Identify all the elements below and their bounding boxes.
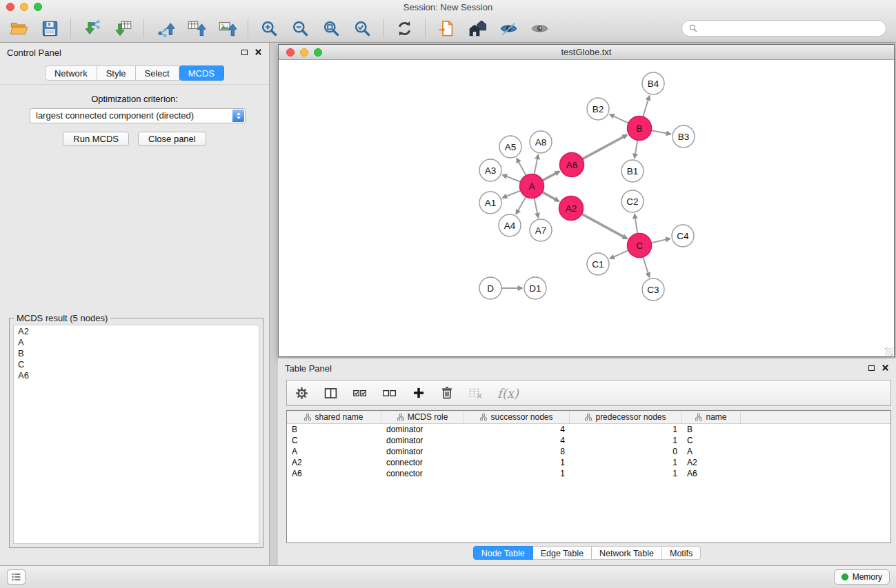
graph-node-A6[interactable]: A6 [560,153,584,177]
export-table-button[interactable] [186,18,206,39]
mcds-result-item[interactable]: C [18,359,255,370]
mcds-result-item[interactable]: A [18,337,255,348]
memory-button[interactable]: Memory [834,569,890,585]
table-row[interactable]: Bdominator41B [287,424,890,435]
graph-edge-A-A3[interactable] [503,175,521,182]
select-all-button[interactable] [352,386,368,400]
graph-edge-C-C3[interactable] [643,257,649,277]
graph-edge-A-A1[interactable] [503,190,521,197]
zoom-in-button[interactable] [259,18,279,39]
table-row[interactable]: Adominator80A [287,446,890,457]
graph-edge-C-C2[interactable] [635,214,637,234]
graph-node-D[interactable]: D [479,277,501,299]
mcds-result-item[interactable]: A2 [18,326,255,337]
float-table-panel-icon[interactable] [868,365,875,371]
tab-motifs[interactable]: Motifs [662,546,701,560]
graph-edge-B-B4[interactable] [643,96,649,116]
deselect-all-button[interactable] [382,386,397,400]
save-session-button[interactable] [39,18,60,39]
column-header-predecessor-nodes[interactable]: predecessor nodes [570,411,682,423]
graph-node-B[interactable]: B [628,116,652,141]
delete-row-button[interactable] [440,386,454,400]
graph-node-B4[interactable]: B4 [642,72,664,94]
graph-edge-A2-C[interactable] [581,214,627,239]
graph-node-A4[interactable]: A4 [499,214,521,236]
network-close-button[interactable] [286,48,295,57]
graph-edge-B-B2[interactable] [610,114,628,123]
network-canvas[interactable]: B4B2BB3A8A5A6A3B1AC2A1A2A4A7C4CC1DD1C3 [279,61,894,356]
tab-style[interactable]: Style [97,65,136,81]
export-network-button[interactable] [155,18,175,39]
float-panel-icon[interactable] [241,50,248,55]
graph-node-C1[interactable]: C1 [587,253,609,275]
table-row[interactable]: A2connector11A2 [287,457,890,468]
graph-edge-B-B3[interactable] [651,130,670,134]
graph-node-C4[interactable]: C4 [672,225,694,247]
column-header-shared-name[interactable]: shared name [287,411,381,423]
home-button[interactable] [467,18,488,39]
tab-mcds[interactable]: MCDS [179,65,224,81]
import-network-button[interactable] [81,18,102,39]
close-panel-icon[interactable] [255,48,262,56]
graph-edge-A-A6[interactable] [542,172,559,181]
graph-node-A2[interactable]: A2 [559,196,584,221]
mcds-result-list[interactable]: A2ABCA6 [13,325,259,544]
graph-node-C3[interactable]: C3 [642,278,664,301]
column-header-name[interactable]: name [682,411,741,423]
column-header-MCDS-role[interactable]: MCDS role [381,411,464,423]
graph-edge-A-A5[interactable] [517,159,526,176]
graph-node-A7[interactable]: A7 [530,219,552,241]
import-table-button[interactable] [112,18,133,39]
mcds-result-item[interactable]: B [18,348,255,359]
delete-table-button[interactable] [468,386,483,401]
zoom-fit-button[interactable] [321,18,341,39]
graph-node-A3[interactable]: A3 [479,159,501,181]
run-mcds-button[interactable]: Run MCDS [63,132,129,146]
table-row[interactable]: A6connector11A6 [287,468,890,479]
graph-node-B2[interactable]: B2 [587,98,609,120]
refresh-layout-button[interactable] [394,18,415,39]
graphics-details-button[interactable] [529,18,550,39]
graph-node-C2[interactable]: C2 [621,190,644,212]
tab-node-table[interactable]: Node Table [473,546,533,560]
zoom-selected-button[interactable] [352,18,372,39]
zoom-button[interactable] [34,3,42,11]
mcds-result-item[interactable]: A6 [18,370,255,381]
close-panel-button[interactable]: Close panel [138,132,206,146]
report-button[interactable] [436,18,457,39]
graph-node-B3[interactable]: B3 [673,125,695,148]
function-builder-button[interactable]: f(x) [497,386,519,401]
folder-open-button[interactable] [8,18,29,39]
close-table-panel-icon[interactable] [882,364,889,372]
style-eye-button[interactable] [498,18,519,39]
export-image-button[interactable] [217,18,237,39]
zoom-out-button[interactable] [290,18,310,39]
criterion-dropdown[interactable]: largest connected component (directed) [30,108,246,123]
search-input[interactable] [701,23,879,34]
tab-network[interactable]: Network [45,65,97,81]
table-row[interactable]: Cdominator41C [287,435,890,446]
graph-edge-C-C4[interactable] [651,239,670,243]
network-zoom-button[interactable] [314,48,322,57]
search-box[interactable] [681,20,886,37]
settings-gear-button[interactable] [295,386,309,401]
add-row-button[interactable] [412,386,426,400]
graph-edge-B-B1[interactable] [635,140,637,158]
tab-edge-table[interactable]: Edge Table [533,546,592,560]
graph-node-A5[interactable]: A5 [499,136,521,158]
tab-select[interactable]: Select [136,65,179,81]
graph-node-A1[interactable]: A1 [479,192,501,214]
graph-node-B1[interactable]: B1 [621,160,644,182]
graph-node-D1[interactable]: D1 [524,277,546,299]
tab-network-table[interactable]: Network Table [592,546,662,560]
graph-edge-C-C1[interactable] [610,250,628,258]
task-history-button[interactable] [7,569,26,585]
minimize-button[interactable] [20,3,28,11]
resize-handle[interactable] [885,347,893,356]
network-window-titlebar[interactable]: testGlobe.txt [279,45,894,60]
column-header-successor-nodes[interactable]: successor nodes [464,411,570,423]
graph-node-A8[interactable]: A8 [530,131,552,153]
graph-node-A[interactable]: A [520,174,544,199]
graph-edge-A-A4[interactable] [516,196,526,214]
graph-edge-A6-B[interactable] [582,135,627,159]
